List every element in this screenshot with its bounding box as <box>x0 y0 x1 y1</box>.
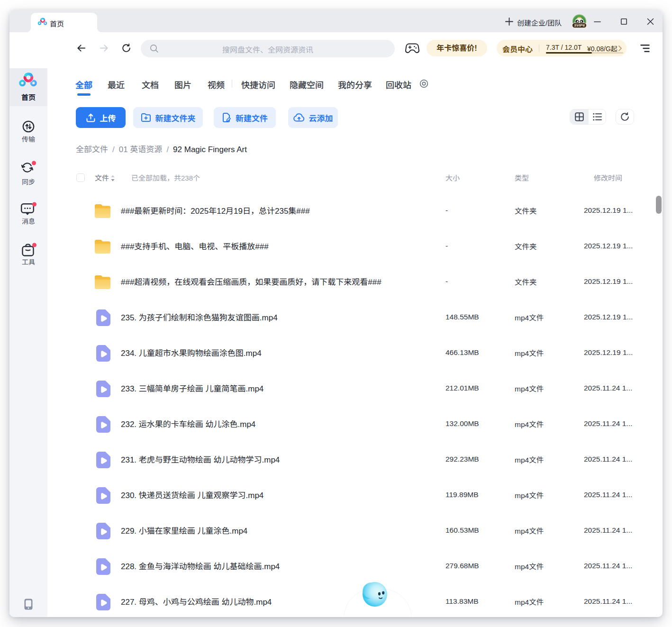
svg-text:SVIP6: SVIP6 <box>574 23 585 27</box>
